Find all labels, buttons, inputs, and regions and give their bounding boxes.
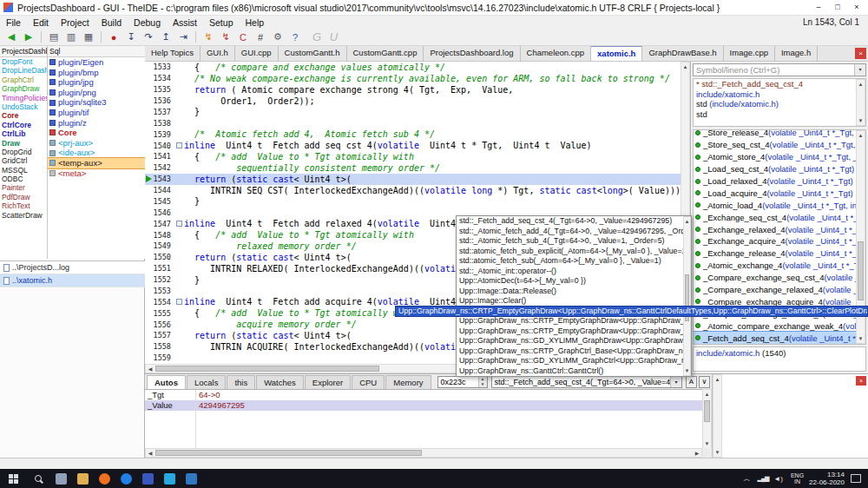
code-line[interactable]: 1545 } — [145, 196, 681, 208]
watch-expand-button[interactable]: ∨ — [699, 376, 710, 388]
nav-back-icon[interactable]: ◀ — [3, 30, 20, 44]
editor-tab-graphdrawbase-h[interactable]: GraphDrawBase.h — [642, 46, 723, 61]
code-line[interactable]: 1537 } — [145, 107, 681, 118]
taskbar-search-button[interactable] — [26, 469, 50, 488]
watch-row[interactable]: _Tgt64->0 — [145, 390, 702, 400]
firefox-button[interactable] — [94, 469, 115, 488]
package-item[interactable]: GraphDraw — [0, 84, 47, 93]
package-file-item[interactable]: <prj-aux> — [48, 138, 145, 148]
line-number[interactable]: 1551 — [145, 264, 174, 273]
package-item[interactable]: GridCtrl — [0, 156, 47, 165]
line-number[interactable]: 1541 — [145, 152, 174, 161]
scroll-down-icon[interactable]: ▼ — [857, 116, 865, 125]
scroll-up-icon[interactable]: ▲ — [857, 131, 865, 140]
help-icon[interactable]: ? — [286, 30, 304, 44]
fold-margin[interactable] — [174, 221, 184, 227]
save-file-icon[interactable]: ▦ — [80, 30, 97, 44]
navigator-symbol-item[interactable]: _Atomic_store_4(volatile _Uint4_t *_Tgt,… — [694, 151, 856, 163]
scroll-down-icon[interactable]: ▼ — [684, 366, 690, 375]
menu-project[interactable]: Project — [55, 17, 95, 28]
navigator-symbol-item[interactable]: _Exchange_acquire_4(volatile _Uint4_t *_… — [694, 235, 856, 247]
call-stack-item[interactable]: Upp::Image::Clear() — [457, 296, 683, 307]
symbol-search-input[interactable]: Symbol/lineno (Ctrl+G) ▾ — [693, 63, 866, 76]
scroll-down-icon[interactable]: ▼ — [703, 439, 711, 448]
package-file-item[interactable]: plugin/jpg — [48, 77, 145, 88]
scroll-left-icon[interactable]: ◀ — [146, 449, 155, 457]
navigator-symbol-item[interactable]: _Fetch_add_seq_cst_4(volatile _Uint4_t *… — [694, 332, 856, 344]
scroll-down-icon[interactable]: ▼ — [713, 448, 721, 457]
scope-list-scrollbar[interactable]: ▲ ▼ — [856, 79, 865, 126]
call-stack-item[interactable]: Upp::GraphDraw_ns::GanttCtrl::GanttCtrl(… — [457, 366, 683, 377]
call-stack-item[interactable]: Upp::GraphDraw_ns::GD_XYLIMM_GraphCtrl<U… — [457, 356, 683, 366]
line-number[interactable]: 1540 — [145, 142, 174, 150]
debug-tab-explorer[interactable]: Explorer — [305, 375, 351, 389]
navigator-symbol-item[interactable]: _Exchange_relaxed_4(volatile _Uint4_t *_… — [694, 223, 856, 235]
line-number[interactable]: 1539 — [145, 130, 174, 139]
call-stack-item[interactable]: Upp::AtomicDec(t=64->{_My_val=0 }) — [457, 276, 683, 287]
package-item[interactable]: CtrlCore — [0, 121, 47, 129]
pane-close-button[interactable]: × — [856, 376, 866, 386]
package-file-item[interactable]: plugin/tif — [48, 108, 145, 118]
code-line[interactable]: 1534 /* No weak compare-exchange is curr… — [145, 73, 681, 84]
navigator-symbol-item[interactable]: _Compare_exchange_seq_cst_4(volatile _Ui… — [694, 272, 856, 284]
code-line[interactable]: 1533 { /* compare and exchange values at… — [145, 62, 681, 73]
package-item[interactable]: Painter — [0, 183, 47, 192]
navigator-symbol-item[interactable]: _Store_release_4(volatile _Uint4_t *_Tgt… — [694, 129, 856, 139]
navigator-scope-item[interactable]: std (include/xatomic.h) — [694, 99, 856, 109]
watch-add-button[interactable]: A — [686, 376, 697, 388]
menu-edit[interactable]: Edit — [27, 17, 55, 28]
line-number[interactable]: 1558 — [145, 342, 174, 351]
package-item[interactable]: CtrlLib — [0, 129, 47, 138]
fold-marker-icon[interactable] — [176, 142, 182, 148]
navigator-symbol-item[interactable]: _Atomic_load_4(volatile _Uint4_t *_Tgt, … — [694, 199, 856, 211]
step-over-icon[interactable]: ↷ — [140, 30, 157, 44]
code-line[interactable]: 1543 return (static_cast<_Uint4_t>( — [145, 174, 681, 185]
popup-scrollbar[interactable]: ▲ ▼ — [683, 216, 691, 376]
start-button[interactable] — [0, 469, 26, 488]
run-to-cursor-icon[interactable]: ⇥ — [174, 30, 192, 44]
edge-button[interactable] — [115, 469, 137, 488]
scroll-up-icon[interactable]: ▲ — [857, 80, 865, 89]
line-number[interactable]: 1559 — [145, 353, 174, 362]
call-stack-item[interactable]: std::_Atomic_fetch_sub_4(_Tgt=64->0, _Va… — [457, 236, 683, 247]
tab-close-button[interactable]: × — [855, 48, 866, 59]
call-stack-item[interactable]: Upp::Image::Data::Release() — [457, 287, 683, 297]
package-item[interactable]: DropFont — [0, 57, 47, 66]
editor-tab-projectsdashboard-log[interactable]: ProjectsDashboard.log — [424, 46, 520, 61]
code-line[interactable]: 1538 — [145, 117, 681, 129]
code-line[interactable]: 1541 { /* add _Value to *_Tgt atomically… — [145, 151, 681, 162]
maximize-button[interactable]: □ — [828, 1, 847, 14]
call-stack-item[interactable]: Upp::GraphDraw_ns::CRTP_GraphCtrl_Base<U… — [457, 346, 683, 357]
nav-forward-icon[interactable]: ▶ — [20, 30, 37, 44]
line-number[interactable]: 1552 — [145, 275, 174, 284]
hash-icon[interactable]: # — [252, 30, 269, 44]
package-file-item[interactable]: plugin/sqlite3 — [48, 97, 145, 108]
code-line[interactable]: 1535 return (_Atomic_compare_exchange_st… — [145, 84, 681, 96]
line-number[interactable]: 1538 — [145, 119, 174, 128]
package-file-item[interactable]: plugin/z — [48, 118, 145, 129]
package-item[interactable]: TimingPolicies — [0, 94, 47, 102]
package-file-item[interactable]: plugin/Eigen — [48, 57, 145, 68]
close-button[interactable]: × — [847, 1, 866, 14]
debug-run-icon[interactable]: ↯ — [217, 30, 234, 44]
menu-file[interactable]: File — [0, 17, 27, 28]
scroll-left-icon[interactable]: ◀ — [146, 365, 155, 373]
defender-button[interactable] — [181, 469, 202, 488]
address-stepper[interactable]: 0x223c ▲ ▼ — [437, 376, 488, 388]
package-item[interactable]: PdfDraw — [0, 193, 47, 201]
step-into-icon[interactable]: ↧ — [122, 30, 140, 44]
debug-tab-autos[interactable]: Autos — [147, 375, 186, 389]
editor-tab-chameleon-cpp[interactable]: Chameleon.cpp — [521, 46, 592, 61]
call-stack-item[interactable]: std::_Atomic_int::operator--() — [457, 267, 683, 277]
package-item[interactable]: Draw — [0, 139, 47, 148]
scroll-thumb[interactable] — [858, 241, 864, 300]
debug-tab-cpu[interactable]: CPU — [352, 375, 385, 389]
line-number[interactable]: 1548 — [145, 231, 174, 240]
debug-tab-this[interactable]: this — [227, 375, 255, 389]
line-number[interactable]: 1537 — [145, 108, 174, 116]
package-file-item[interactable]: <temp-aux> — [48, 158, 145, 168]
open-file-icon[interactable]: ▥ — [62, 30, 80, 44]
code-line[interactable]: 1539 /* _Atomic_fetch_add_4, _Atomic_fet… — [145, 129, 681, 140]
package-item[interactable]: ScatterDraw — [0, 211, 47, 220]
call-stack-item[interactable]: Upp::GraphDraw_ns::GD_XYLIMM_GraphDraw<U… — [457, 336, 683, 346]
